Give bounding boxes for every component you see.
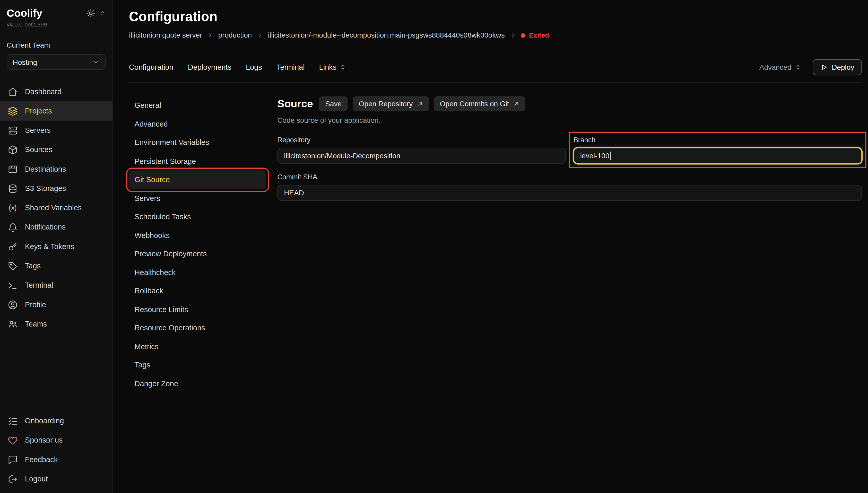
sidebar-item-dashboard[interactable]: Dashboard	[0, 82, 112, 101]
breadcrumb: illicitonion quote serverproductionillic…	[129, 31, 862, 39]
divider	[129, 82, 862, 83]
sidebar: Coolify v4.0.0-beta.399 Current Team Hos…	[0, 0, 113, 493]
sidebar-item-projects[interactable]: Projects	[0, 101, 112, 121]
config-nav-tags[interactable]: Tags	[129, 356, 266, 374]
sidebar-item-logout[interactable]: Logout	[0, 469, 112, 489]
config-nav-label: Resource Limits	[135, 305, 188, 314]
layers-icon	[8, 106, 18, 116]
sidebar-item-onboarding[interactable]: Onboarding	[0, 411, 112, 430]
tab-terminal[interactable]: Terminal	[276, 63, 305, 71]
theme-toggle-sun-icon[interactable]	[86, 9, 95, 18]
breadcrumb-item[interactable]: production	[218, 31, 252, 39]
logout-icon	[8, 474, 18, 484]
sidebar-item-terminal[interactable]: Terminal	[0, 276, 112, 295]
sidebar-item-teams[interactable]: Teams	[0, 314, 112, 334]
branch-input[interactable]: level-100	[573, 148, 862, 164]
bell-icon	[8, 222, 18, 232]
tab-logs[interactable]: Logs	[246, 63, 262, 71]
repository-input[interactable]: illicitestonion/Module-Decomposition	[277, 148, 566, 164]
commit-sha-value: HEAD	[284, 189, 304, 197]
config-nav-label: Scheduled Tasks	[135, 213, 191, 221]
chevrons-updown-icon	[794, 64, 801, 71]
tabbar-right: Advanced Deploy	[759, 59, 862, 75]
source-heading: Source	[277, 98, 313, 110]
config-nav-advanced[interactable]: Advanced	[129, 115, 266, 133]
config-nav-preview-deployments[interactable]: Preview Deployments	[129, 245, 266, 263]
config-nav-label: Advanced	[135, 120, 168, 128]
breadcrumb-item[interactable]: illicitestonion/-module--decomposition:m…	[268, 31, 505, 39]
config-nav-healthcheck[interactable]: Healthcheck	[129, 263, 266, 282]
config-nav-environment-variables[interactable]: Environment Variables	[129, 133, 266, 152]
variables-icon	[8, 203, 18, 213]
config-nav-resource-operations[interactable]: Resource Operations	[129, 319, 266, 337]
sidebar-item-label: Terminal	[25, 281, 53, 289]
team-select[interactable]: Hosting	[7, 54, 106, 70]
box-icon	[8, 145, 18, 155]
sidebar-item-tags[interactable]: Tags	[0, 256, 112, 276]
sidebar-spacer	[0, 334, 112, 399]
text-caret	[610, 152, 611, 160]
sidebar-item-keys-tokens[interactable]: Keys & Tokens	[0, 237, 112, 256]
sidebar-item-label: Projects	[25, 107, 52, 115]
sidebar-item-label: Keys & Tokens	[25, 242, 75, 251]
status-label: Exited	[529, 31, 549, 39]
config-nav-metrics[interactable]: Metrics	[129, 337, 266, 356]
sidebar-item-label: Profile	[25, 301, 46, 309]
heart-icon	[8, 435, 18, 445]
sidebar-item-label: Shared Variables	[25, 203, 82, 212]
key-icon	[8, 242, 18, 252]
tab-links[interactable]: Links	[319, 63, 346, 71]
sidebar-footer-nav: OnboardingSponsor usFeedbackLogout	[0, 411, 112, 489]
source-description: Code source of your application.	[277, 116, 862, 125]
config-nav-label: Git Source	[135, 175, 170, 184]
config-nav-scheduled-tasks[interactable]: Scheduled Tasks	[129, 207, 266, 226]
config-nav-general[interactable]: General	[129, 96, 266, 115]
breadcrumb-item[interactable]: illicitonion quote server	[129, 31, 202, 39]
sidebar-item-destinations[interactable]: Destinations	[0, 159, 112, 178]
advanced-menu[interactable]: Advanced	[759, 63, 801, 71]
deploy-button[interactable]: Deploy	[812, 59, 862, 75]
config-nav-label: Preview Deployments	[135, 250, 207, 258]
tab-label: Logs	[246, 63, 262, 71]
sidebar-item-label: Logout	[25, 475, 48, 483]
sidebar-item-servers[interactable]: Servers	[0, 121, 112, 140]
sidebar-item-sponsor-us[interactable]: Sponsor us	[0, 430, 112, 450]
commit-sha-input[interactable]: HEAD	[277, 185, 862, 201]
sidebar-item-label: Destinations	[25, 165, 66, 173]
checklist-icon	[8, 416, 18, 426]
tab-label: Links	[319, 63, 337, 71]
tab-label: Configuration	[129, 63, 173, 71]
sidebar-item-notifications[interactable]: Notifications	[0, 217, 112, 237]
sidebar-main-nav: DashboardProjectsServersSourcesDestinati…	[0, 82, 112, 334]
sidebar-item-feedback[interactable]: Feedback	[0, 450, 112, 469]
team-select-value: Hosting	[13, 58, 37, 66]
sidebar-item-label: Notifications	[25, 223, 66, 231]
sidebar-item-profile[interactable]: Profile	[0, 295, 112, 314]
open-repository-label: Open Repository	[359, 100, 413, 108]
save-button[interactable]: Save	[319, 96, 348, 111]
chevrons-updown-icon[interactable]	[99, 10, 106, 17]
tab-configuration[interactable]: Configuration	[129, 63, 173, 71]
config-nav-servers[interactable]: Servers	[129, 189, 266, 207]
main-content: Configuration illicitonion quote serverp…	[113, 0, 868, 493]
config-subnav: GeneralAdvancedEnvironment VariablesPers…	[129, 96, 266, 393]
sidebar-item-shared-variables[interactable]: Shared Variables	[0, 198, 112, 217]
open-repository-button[interactable]: Open Repository	[353, 96, 429, 111]
config-nav-persistent-storage[interactable]: Persistent Storage	[129, 152, 266, 170]
config-nav-danger-zone[interactable]: Danger Zone	[129, 374, 266, 393]
config-nav-webhooks[interactable]: Webhooks	[129, 226, 266, 244]
app-root: Coolify v4.0.0-beta.399 Current Team Hos…	[0, 0, 868, 493]
config-nav-git-source[interactable]: Git Source	[129, 170, 266, 189]
chevron-right-icon	[257, 32, 263, 38]
repository-field-group: Repository illicitestonion/Module-Decomp…	[277, 136, 566, 164]
sidebar-item-sources[interactable]: Sources	[0, 140, 112, 159]
branch-field-group: Branch level-100	[573, 136, 862, 164]
config-nav-resource-limits[interactable]: Resource Limits	[129, 300, 266, 319]
branch-label: Branch	[573, 136, 862, 144]
chevron-right-icon	[207, 32, 213, 38]
config-nav-rollback[interactable]: Rollback	[129, 282, 266, 300]
tab-deployments[interactable]: Deployments	[188, 63, 231, 71]
sidebar-item-s3-storages[interactable]: S3 Storages	[0, 179, 112, 198]
open-commits-button[interactable]: Open Commits on Git	[434, 96, 525, 111]
sidebar-item-label: Teams	[25, 320, 47, 328]
